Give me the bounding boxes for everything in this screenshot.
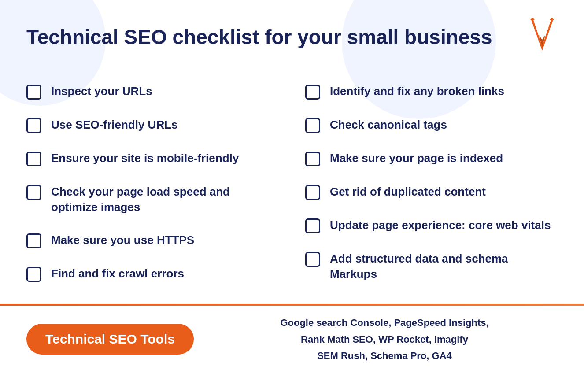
svg-marker-5: [550, 18, 554, 20]
checklist-left-column: Inspect your URLs Use SEO-friendly URLs …: [26, 75, 279, 291]
checkbox-11[interactable]: [305, 218, 320, 233]
item-text-3: Ensure your site is mobile-friendly: [51, 151, 239, 166]
tools-line-2: Rank Math SEO, WP Rocket, Imagify: [301, 334, 468, 345]
item-text-1: Inspect your URLs: [51, 84, 152, 99]
footer: Technical SEO Tools Google search Consol…: [0, 306, 584, 373]
checkbox-6[interactable]: [26, 267, 41, 282]
checklist-right-column: Identify and fix any broken links Check …: [305, 75, 558, 291]
list-item: Identify and fix any broken links: [305, 75, 558, 108]
list-item: Make sure your page is indexed: [305, 142, 558, 175]
item-text-5: Make sure you use HTTPS: [51, 233, 194, 248]
item-text-6: Find and fix crawl errors: [51, 266, 184, 281]
checkbox-5[interactable]: [26, 233, 41, 248]
checkbox-3[interactable]: [26, 152, 41, 166]
item-text-2: Use SEO-friendly URLs: [51, 117, 178, 133]
logo-icon: [527, 18, 558, 57]
list-item: Find and fix crawl errors: [26, 257, 279, 291]
list-item: Add structured data and schema Markups: [305, 242, 558, 291]
list-item: Get rid of duplicated content: [305, 175, 558, 209]
checkbox-9[interactable]: [305, 152, 320, 166]
tools-line-1: Google search Console, PageSpeed Insight…: [280, 317, 488, 328]
checkbox-10[interactable]: [305, 185, 320, 200]
svg-marker-4: [530, 18, 535, 20]
item-text-12: Add structured data and schema Markups: [330, 251, 558, 282]
list-item: Inspect your URLs: [26, 75, 279, 108]
tools-badge: Technical SEO Tools: [26, 324, 194, 355]
list-item: Check your page load speed and optimize …: [26, 175, 279, 224]
checkbox-4[interactable]: [26, 185, 41, 200]
item-text-9: Make sure your page is indexed: [330, 151, 503, 166]
checkbox-2[interactable]: [26, 118, 41, 133]
list-item: Check canonical tags: [305, 108, 558, 142]
checkbox-7[interactable]: [305, 85, 320, 100]
item-text-11: Update page experience: core web vitals: [330, 218, 551, 233]
tools-list: Google search Console, PageSpeed Insight…: [194, 314, 558, 364]
item-text-8: Check canonical tags: [330, 117, 447, 133]
checkbox-12[interactable]: [305, 252, 320, 267]
list-item: Update page experience: core web vitals: [305, 209, 558, 242]
list-item: Use SEO-friendly URLs: [26, 108, 279, 142]
checklist-grid: Inspect your URLs Use SEO-friendly URLs …: [26, 75, 558, 291]
item-text-10: Get rid of duplicated content: [330, 184, 486, 200]
checkbox-1[interactable]: [26, 85, 41, 100]
item-text-4: Check your page load speed and optimize …: [51, 184, 279, 215]
checkbox-8[interactable]: [305, 118, 320, 133]
list-item: Ensure your site is mobile-friendly: [26, 142, 279, 175]
item-text-7: Identify and fix any broken links: [330, 84, 504, 99]
tools-line-3: SEM Rush, Schema Pro, GA4: [317, 350, 452, 361]
page-title: Technical SEO checklist for your small b…: [26, 25, 492, 49]
title-row: Technical SEO checklist for your small b…: [26, 18, 558, 57]
list-item: Make sure you use HTTPS: [26, 224, 279, 257]
